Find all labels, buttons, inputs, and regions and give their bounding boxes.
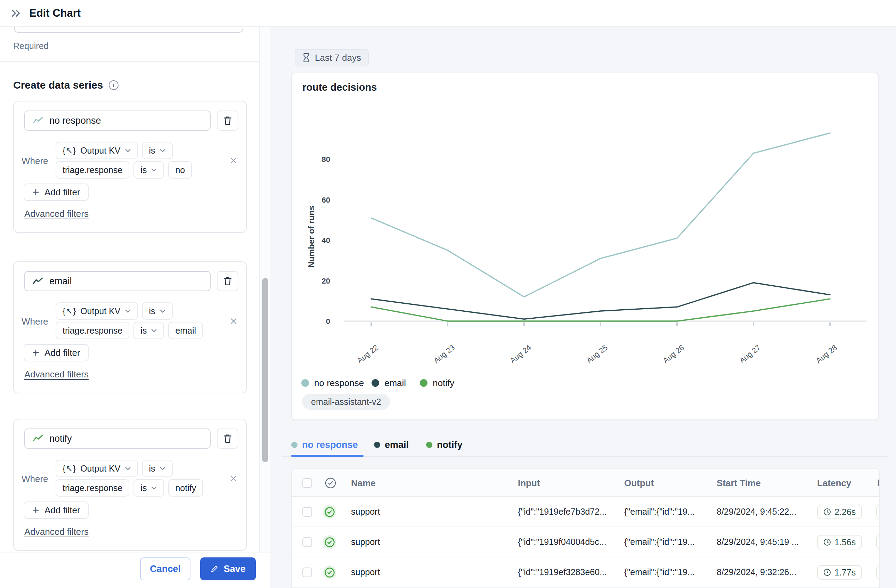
filter-operator-dropdown[interactable]: is — [142, 460, 173, 477]
table-row[interactable]: support {"id":"1919f04004d5c... {"email"… — [292, 527, 879, 558]
form-scrollbar-track — [260, 27, 270, 553]
table-row[interactable]: support {"id":"1919ef3283e60... {"email"… — [292, 558, 879, 588]
filter-field-dropdown[interactable]: {↖} Output KV — [56, 142, 138, 159]
collapse-panel-icon[interactable] — [11, 7, 22, 19]
legend-item[interactable]: no response — [301, 378, 364, 387]
remove-filter-icon[interactable] — [228, 473, 239, 484]
svg-text:Number of runs: Number of runs — [306, 206, 316, 268]
success-status-icon — [323, 565, 337, 579]
row-checkbox[interactable] — [302, 568, 312, 577]
run-output: {"email":{"id":"19... — [624, 567, 695, 577]
chevron-down-icon — [125, 309, 131, 313]
filter-value-input[interactable]: email — [168, 322, 203, 339]
advanced-filters-link[interactable]: Advanced filters — [24, 527, 88, 537]
cancel-button[interactable]: Cancel — [140, 558, 190, 580]
delete-series-button[interactable] — [217, 271, 238, 291]
tab-notify[interactable]: notify — [426, 439, 463, 451]
where-label: Where — [21, 474, 48, 484]
chevron-down-icon — [160, 466, 166, 471]
line-chart: Aug 22Aug 23Aug 24Aug 25Aug 26Aug 27Aug … — [292, 73, 879, 421]
chart-preview-panel: Last 7 days route decisions Aug 22Aug 23… — [270, 27, 896, 588]
filter-value-input[interactable]: no — [168, 161, 192, 179]
filter-field-dropdown[interactable]: {↖} Output KV — [56, 302, 138, 320]
filter-key-operator-dropdown[interactable]: is — [134, 479, 164, 497]
column-header-latency[interactable]: Latency — [817, 478, 851, 489]
legend-dot — [372, 379, 379, 387]
delete-series-button[interactable] — [217, 111, 238, 131]
series-dot — [291, 442, 297, 448]
column-header-output[interactable]: Output — [624, 478, 654, 489]
run-name: support — [351, 537, 380, 547]
latency-badge: 2.26s — [817, 504, 862, 519]
column-header-name[interactable]: Name — [351, 478, 376, 489]
legend-item[interactable]: email — [372, 378, 406, 387]
add-filter-button[interactable]: Add filter — [24, 183, 88, 201]
filter-value-input[interactable]: notify — [168, 479, 203, 497]
table-header: Name Input Output Start Time Latency F — [292, 469, 879, 497]
page-title: Edit Chart — [29, 7, 81, 20]
filter-field-row: {↖} Output KV is — [56, 142, 173, 159]
filter-operator-dropdown[interactable]: is — [142, 302, 173, 320]
series-card-notify: notify Where {↖} Output KV is triage.res… — [13, 419, 247, 551]
form-footer: Cancel Save — [0, 553, 270, 588]
column-header-input[interactable]: Input — [518, 478, 540, 489]
svg-text:0: 0 — [326, 317, 330, 326]
plus-icon — [32, 349, 40, 356]
chevron-down-icon — [151, 168, 157, 172]
latency-badge: 1.77s — [817, 565, 862, 580]
svg-text:Aug 23: Aug 23 — [432, 343, 456, 365]
clipped-column-header: F — [877, 477, 880, 488]
latency-badge: 1.56s — [817, 535, 862, 550]
advanced-filters-link[interactable]: Advanced filters — [24, 369, 88, 380]
run-output: {"email":{"id":"19... — [624, 537, 695, 547]
select-all-checkbox[interactable] — [302, 478, 312, 488]
add-filter-button[interactable]: Add filter — [24, 501, 88, 519]
svg-text:Aug 27: Aug 27 — [738, 343, 762, 365]
active-tab-underline — [291, 455, 364, 457]
time-range-chip[interactable]: Last 7 days — [295, 49, 369, 66]
filter-field-row: {↖} Output KV is — [56, 302, 173, 320]
trend-line-icon — [33, 277, 43, 285]
info-icon[interactable]: i — [109, 80, 119, 90]
chevron-down-icon — [160, 309, 166, 313]
run-input: {"id":"1919f04004d5c... — [518, 537, 606, 547]
save-button[interactable]: Save — [200, 558, 256, 580]
advanced-filters-link[interactable]: Advanced filters — [24, 209, 88, 219]
clock-icon — [823, 538, 831, 546]
filter-key-operator-dropdown[interactable]: is — [134, 322, 164, 339]
remove-filter-icon[interactable] — [228, 155, 239, 166]
row-checkbox[interactable] — [302, 537, 312, 547]
form-scrollbar-thumb[interactable] — [262, 278, 268, 462]
svg-text:20: 20 — [322, 277, 330, 285]
table-row[interactable]: support {"id":"1919efe7b3d72... {"email"… — [292, 497, 879, 527]
add-filter-button[interactable]: Add filter — [24, 344, 88, 361]
run-start-time: 8/29/2024, 9:45:22... — [717, 507, 796, 517]
filter-key-operator-dropdown[interactable]: is — [134, 161, 164, 179]
series-name-input[interactable]: no response — [24, 111, 210, 131]
column-header-start-time[interactable]: Start Time — [717, 478, 761, 489]
filter-key-input[interactable]: triage.response — [56, 479, 129, 497]
chevron-down-icon — [160, 148, 166, 152]
filter-key-input[interactable]: triage.response — [56, 322, 129, 339]
series-name-input[interactable]: email — [24, 271, 210, 291]
status-column-icon[interactable] — [325, 477, 337, 489]
row-checkbox[interactable] — [302, 507, 312, 517]
svg-text:Aug 26: Aug 26 — [661, 343, 686, 365]
where-label: Where — [21, 156, 48, 166]
filter-field-dropdown[interactable]: {↖} Output KV — [56, 460, 138, 477]
filter-operator-dropdown[interactable]: is — [142, 142, 173, 159]
truncated-input-field[interactable] — [14, 27, 243, 33]
delete-series-button[interactable] — [217, 428, 238, 449]
where-label: Where — [21, 316, 48, 327]
filter-key-input[interactable]: triage.response — [56, 161, 129, 179]
legend-item[interactable]: notify — [420, 378, 454, 387]
remove-filter-icon[interactable] — [228, 315, 239, 327]
runs-table: Name Input Output Start Time Latency F s… — [291, 468, 880, 588]
tab-no-response[interactable]: no response — [291, 439, 358, 451]
series-name-input[interactable]: notify — [24, 428, 210, 449]
tab-email[interactable]: email — [374, 439, 409, 451]
legend-dot — [301, 379, 309, 387]
success-status-icon — [323, 535, 337, 549]
chevron-down-icon — [151, 328, 157, 332]
series-dot — [374, 442, 380, 448]
